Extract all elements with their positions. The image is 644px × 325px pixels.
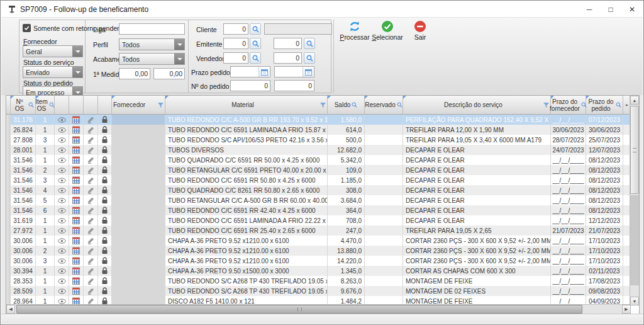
selecionar-button[interactable]: Selecionar bbox=[371, 19, 404, 43]
close-button[interactable]: ✕ bbox=[621, 1, 643, 17]
lock-button[interactable] bbox=[98, 266, 112, 276]
schedule-button[interactable] bbox=[69, 225, 84, 236]
header-prazo-fornecedor[interactable]: Prazo do fornecedor bbox=[551, 96, 586, 114]
view-button[interactable] bbox=[55, 286, 69, 296]
lock-button[interactable] bbox=[98, 145, 112, 155]
table-row[interactable]: 26.824 1 TUBO REDONDO C/C 6591 LAMINADA … bbox=[6, 125, 631, 135]
vendedor-search-button-2[interactable] bbox=[304, 52, 315, 64]
edit-button[interactable] bbox=[84, 205, 98, 215]
lock-button[interactable] bbox=[98, 246, 112, 256]
view-button[interactable] bbox=[55, 155, 69, 165]
vendedor-code-input-1[interactable]: 0 bbox=[223, 52, 248, 64]
schedule-button[interactable] bbox=[69, 135, 84, 145]
fornecedor-select[interactable]: Geral bbox=[23, 45, 83, 57]
cliente-search-button[interactable] bbox=[250, 23, 261, 35]
scroll-down-icon[interactable]: ▼ bbox=[630, 297, 639, 305]
table-row[interactable]: 28.509 1 TUBO REDONDO S/C A268 TP 430 TR… bbox=[6, 286, 631, 296]
table-row[interactable]: 31.546 5 TUBO RETANGULAR C/C A-500 GR B … bbox=[6, 195, 631, 205]
edit-button[interactable] bbox=[84, 266, 98, 276]
lock-button[interactable] bbox=[98, 165, 112, 175]
vendedor-code-input-2[interactable]: 0 bbox=[274, 52, 302, 64]
table-row[interactable]: 31.546 4 TUBO QUADRADO C/C 8261 RR 50.80… bbox=[6, 185, 631, 195]
schedule-button[interactable] bbox=[69, 215, 84, 225]
prazo-pedido-date-2[interactable] bbox=[274, 66, 314, 77]
schedule-button[interactable] bbox=[69, 286, 84, 296]
edit-button[interactable] bbox=[84, 155, 98, 165]
header-saldo[interactable]: Saldo bbox=[328, 96, 365, 114]
header-prazo-pedido[interactable]: Prazo do pedido bbox=[586, 96, 623, 114]
vendedor-search-button-1[interactable] bbox=[250, 52, 261, 64]
table-row[interactable]: 27.972 1 TUBO REDONDO C/C 6591 RR 25.40 … bbox=[6, 225, 631, 236]
schedule-button[interactable] bbox=[69, 236, 84, 246]
lock-button[interactable] bbox=[98, 115, 112, 125]
view-button[interactable] bbox=[55, 266, 69, 276]
view-button[interactable] bbox=[55, 135, 69, 145]
lock-button[interactable] bbox=[98, 276, 112, 286]
medida-input-2[interactable]: 0,00 bbox=[153, 68, 185, 79]
view-button[interactable] bbox=[55, 236, 69, 246]
liga-input[interactable] bbox=[119, 23, 185, 35]
num-pedido-input-2[interactable]: 0 bbox=[274, 80, 314, 91]
calendar-icon[interactable] bbox=[303, 67, 313, 77]
vertical-scrollbar[interactable]: ▲ ▼ bbox=[630, 96, 639, 305]
lock-button[interactable] bbox=[98, 225, 112, 236]
edit-button[interactable] bbox=[84, 286, 98, 296]
scroll-right-icon[interactable]: ▶ bbox=[622, 305, 631, 314]
view-button[interactable] bbox=[55, 276, 69, 286]
table-row[interactable]: 31.546 2 TUBO RETANGULAR C/C 6591 PRETO … bbox=[6, 165, 631, 175]
medida-input-1[interactable]: 0,00 bbox=[119, 68, 150, 79]
header-descricao-servico[interactable]: Descrição do serviço bbox=[403, 96, 551, 114]
table-row[interactable]: 30.006 1 CHAPA A-36 PRETO 9.52 x1210.00 … bbox=[6, 236, 631, 246]
table-row[interactable]: 31.176 1 TUBO REDONDO C/C A-500 GR B RR … bbox=[6, 115, 631, 125]
schedule-button[interactable] bbox=[69, 125, 84, 135]
lock-button[interactable] bbox=[98, 135, 112, 145]
view-button[interactable] bbox=[55, 185, 69, 195]
table-row[interactable]: 28.353 1 TUBO REDONDO S/C A268 TP 430 TR… bbox=[6, 276, 631, 286]
view-button[interactable] bbox=[55, 225, 69, 236]
table-row[interactable]: 30.006 3 CHAPA A-36 PRETO 9.52 x1210.00 … bbox=[6, 256, 631, 266]
edit-button[interactable] bbox=[84, 225, 98, 236]
view-button[interactable] bbox=[55, 175, 69, 185]
lock-button[interactable] bbox=[98, 195, 112, 205]
schedule-button[interactable] bbox=[69, 185, 84, 195]
minimize-button[interactable]: ─ bbox=[579, 1, 600, 17]
emitente-search-button-2[interactable] bbox=[304, 38, 315, 49]
edit-button[interactable] bbox=[84, 145, 98, 155]
edit-button[interactable] bbox=[84, 175, 98, 185]
edit-button[interactable] bbox=[84, 135, 98, 145]
edit-button[interactable] bbox=[84, 246, 98, 256]
calendar-icon[interactable] bbox=[258, 67, 269, 77]
scroll-up-icon[interactable]: ▲ bbox=[630, 96, 639, 105]
scroll-left-icon[interactable]: ◀ bbox=[6, 305, 15, 314]
num-pedido-input-1[interactable]: 0 bbox=[230, 80, 270, 91]
acabamento-select[interactable]: Todos bbox=[119, 53, 185, 65]
table-row[interactable]: 27.808 3 TUBO REDONDO S/C API/106/53 PRE… bbox=[6, 135, 631, 145]
edit-button[interactable] bbox=[84, 125, 98, 135]
lock-button[interactable] bbox=[98, 236, 112, 246]
schedule-button[interactable] bbox=[69, 175, 84, 185]
cliente-code-input[interactable]: 0 bbox=[223, 23, 248, 35]
edit-button[interactable] bbox=[84, 115, 98, 125]
header-os[interactable]: Nº OS bbox=[11, 96, 36, 114]
edit-button[interactable] bbox=[84, 236, 98, 246]
schedule-button[interactable] bbox=[69, 145, 84, 155]
edit-button[interactable] bbox=[84, 256, 98, 266]
lock-button[interactable] bbox=[98, 185, 112, 195]
header-item-os[interactable]: Item OS bbox=[36, 96, 55, 114]
schedule-button[interactable] bbox=[69, 256, 84, 266]
prazo-pedido-date-1[interactable] bbox=[230, 66, 270, 77]
schedule-button[interactable] bbox=[69, 246, 84, 256]
lock-button[interactable] bbox=[98, 286, 112, 296]
horizontal-scroll-thumb[interactable] bbox=[16, 305, 582, 314]
emitente-search-button-1[interactable] bbox=[250, 38, 261, 49]
schedule-button[interactable] bbox=[69, 205, 84, 215]
view-button[interactable] bbox=[55, 195, 69, 205]
table-row[interactable]: 31.546 3 TUBO REDONDO C/C 6591 RR 50.80 … bbox=[6, 175, 631, 185]
header-reservado[interactable]: Reservado bbox=[365, 96, 403, 114]
perfil-select[interactable]: Todos bbox=[119, 38, 185, 50]
table-row[interactable]: 31.619 1 TUBO REDONDO C/C 6591 LAMINADA … bbox=[6, 215, 631, 225]
view-button[interactable] bbox=[55, 125, 69, 135]
lock-button[interactable] bbox=[98, 205, 112, 215]
schedule-button[interactable] bbox=[69, 195, 84, 205]
header-material[interactable]: Material bbox=[165, 96, 328, 114]
